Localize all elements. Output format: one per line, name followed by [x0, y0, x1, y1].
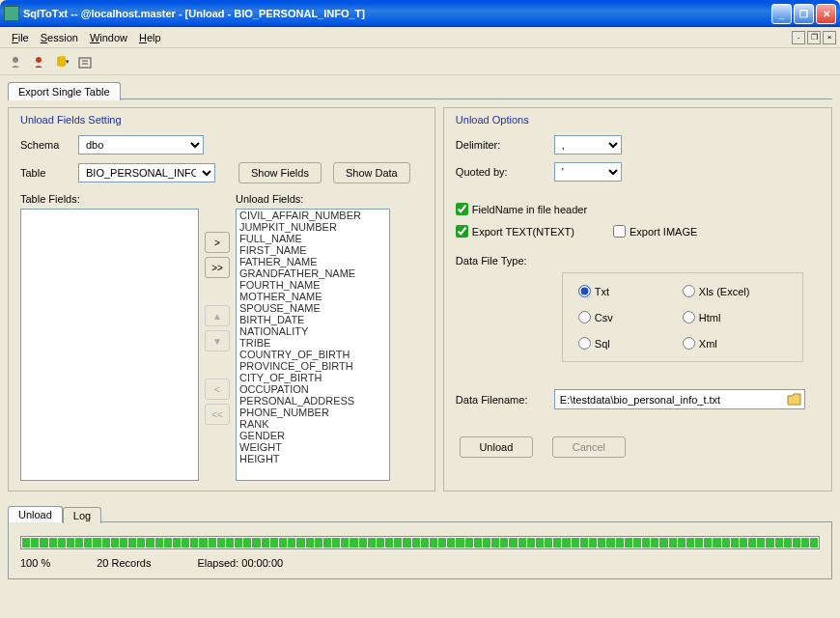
toolbar: ▾: [0, 48, 840, 75]
list-item[interactable]: COUNTRY_OF_BIRTH: [237, 349, 389, 360]
radio-txt[interactable]: Txt: [578, 285, 683, 297]
radio-sql[interactable]: Sql: [578, 337, 683, 350]
menu-file[interactable]: File: [6, 30, 35, 45]
unload-options-title: Unload Options: [456, 114, 820, 126]
list-item[interactable]: TRIBE: [237, 337, 389, 349]
table-label: Table: [20, 167, 78, 179]
quoted-by-select[interactable]: ': [554, 162, 622, 182]
delimiter-label: Delimiter:: [456, 139, 554, 151]
move-all-right-button[interactable]: >>: [205, 257, 230, 278]
schema-select[interactable]: dbo: [78, 135, 204, 154]
move-up-button[interactable]: ▲: [205, 305, 230, 326]
radio-xml[interactable]: Xml: [683, 337, 787, 350]
move-right-button[interactable]: >: [205, 232, 230, 253]
list-item[interactable]: RANK: [237, 418, 389, 430]
table-select[interactable]: BIO_PERSONAL_INFO_T: [78, 163, 215, 183]
tab-export-single-table[interactable]: Export Single Table: [8, 82, 121, 100]
list-item[interactable]: HEIGHT: [237, 453, 389, 464]
svg-point-0: [13, 57, 18, 63]
unload-fields-listbox[interactable]: CIVIL_AFFAIR_NUMBERJUMPKIT_NUMBERFULL_NA…: [236, 209, 390, 481]
records-count: 20 Records: [97, 557, 151, 569]
fieldname-header-checkbox[interactable]: FieldName in file header: [456, 203, 820, 215]
export-text-checkbox[interactable]: Export TEXT(NTEXT): [456, 225, 574, 238]
progress-bar: [20, 536, 820, 549]
svg-rect-3: [79, 58, 91, 68]
unload-fields-panel: Unload Fields Setting Schema dbo Table B…: [8, 107, 435, 492]
filename-input[interactable]: [557, 391, 787, 407]
file-type-label: Data File Type:: [456, 255, 820, 267]
move-down-button[interactable]: ▼: [205, 330, 230, 351]
list-item[interactable]: PROVINCE_OF_BIRTH: [237, 360, 389, 372]
list-item[interactable]: JUMPKIT_NUMBER: [237, 221, 389, 233]
close-button[interactable]: ✕: [816, 4, 836, 24]
unload-fields-label: Unload Fields:: [236, 193, 390, 205]
title-bar: SqlToTxt -- @localhost.master - [Unload …: [0, 0, 840, 27]
menu-bar: File Session Window Help - ❐ ×: [0, 27, 840, 48]
tab-log[interactable]: Log: [63, 507, 101, 523]
radio-xls[interactable]: Xls (Excel): [683, 285, 787, 297]
menu-window[interactable]: Window: [84, 30, 133, 45]
unload-fields-title: Unload Fields Setting: [20, 114, 423, 126]
disconnect-icon[interactable]: [31, 54, 46, 70]
file-type-group: Txt Xls (Excel) Csv Html Sql Xml: [562, 272, 803, 362]
list-item[interactable]: CIVIL_AFFAIR_NUMBER: [237, 210, 389, 221]
list-item[interactable]: FOURTH_NAME: [237, 279, 389, 291]
cancel-button[interactable]: Cancel: [552, 436, 626, 458]
show-data-button[interactable]: Show Data: [333, 162, 410, 183]
progress-percent: 100 %: [20, 557, 50, 569]
title-text: SqlToTxt -- @localhost.master - [Unload …: [23, 8, 771, 19]
maximize-button[interactable]: ❐: [794, 4, 814, 24]
elapsed-time: Elapsed: 00:00:00: [197, 557, 283, 569]
list-item[interactable]: PHONE_NUMBER: [237, 407, 389, 418]
minimize-button[interactable]: _: [771, 4, 792, 24]
schema-label: Schema: [20, 139, 78, 151]
svg-point-1: [36, 57, 42, 63]
unload-button[interactable]: Unload: [460, 436, 533, 458]
delimiter-select[interactable]: ,: [554, 135, 622, 154]
list-item[interactable]: PERSONAL_ADDRESS: [237, 395, 389, 407]
move-left-button[interactable]: <: [205, 379, 230, 400]
progress-panel: 100 % 20 Records Elapsed: 00:00:00: [8, 521, 832, 579]
list-item[interactable]: WEIGHT: [237, 441, 389, 453]
table-fields-label: Table Fields:: [20, 193, 199, 205]
export-image-checkbox[interactable]: Export IMAGE: [613, 225, 697, 238]
list-item[interactable]: MOTHER_NAME: [237, 291, 389, 302]
quoted-by-label: Quoted by:: [456, 166, 554, 178]
radio-html[interactable]: Html: [683, 311, 787, 323]
mdi-close-button[interactable]: ×: [823, 31, 836, 44]
list-item[interactable]: GENDER: [237, 430, 389, 441]
list-item[interactable]: SPOUSE_NAME: [237, 302, 389, 314]
connect-icon[interactable]: [8, 54, 23, 70]
list-item[interactable]: FULL_NAME: [237, 233, 389, 244]
app-icon: [4, 6, 19, 21]
menu-session[interactable]: Session: [35, 30, 84, 45]
list-item[interactable]: OCCUPATION: [237, 383, 389, 395]
database-icon[interactable]: ▾: [54, 54, 70, 70]
list-item[interactable]: FATHER_NAME: [237, 256, 389, 267]
filename-label: Data Filename:: [456, 394, 554, 406]
unload-options-panel: Unload Options Delimiter: , Quoted by: '…: [443, 107, 832, 492]
tab-unload[interactable]: Unload: [8, 506, 63, 522]
mdi-minimize-button[interactable]: -: [792, 31, 805, 44]
mdi-restore-button[interactable]: ❐: [807, 31, 821, 44]
list-item[interactable]: NATIONALITY: [237, 325, 389, 337]
move-all-left-button[interactable]: <<: [205, 404, 230, 425]
browse-folder-icon[interactable]: [787, 393, 802, 407]
list-item[interactable]: BIRTH_DATE: [237, 314, 389, 325]
table-fields-listbox[interactable]: [20, 209, 199, 481]
menu-help[interactable]: Help: [133, 30, 167, 45]
list-item[interactable]: GRANDFATHER_NAME: [237, 267, 389, 279]
export-icon[interactable]: [77, 54, 93, 70]
show-fields-button[interactable]: Show Fields: [238, 162, 322, 183]
radio-csv[interactable]: Csv: [578, 311, 683, 323]
list-item[interactable]: CITY_OF_BIRTH: [237, 372, 389, 383]
list-item[interactable]: FIRST_NAME: [237, 244, 389, 256]
